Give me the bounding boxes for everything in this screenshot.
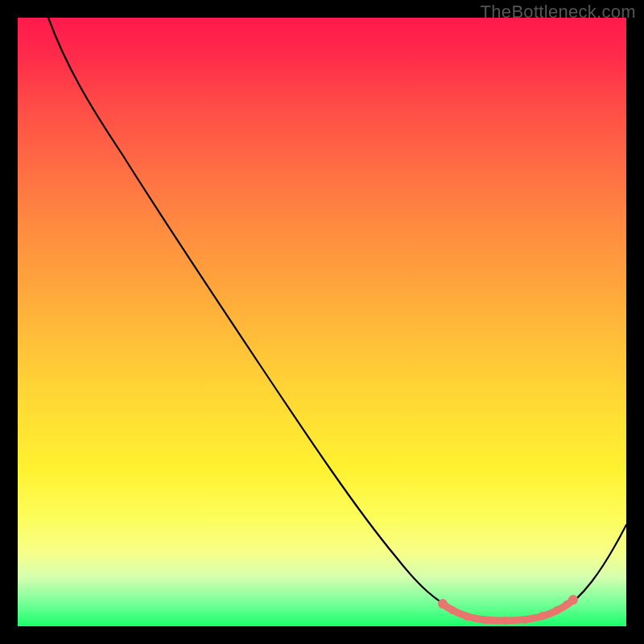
bottleneck-curve-line [48, 18, 626, 620]
optimal-band-dot [448, 606, 456, 614]
chart-frame: TheBottleneck.com [0, 0, 644, 644]
optimal-band-dot-right [568, 595, 578, 605]
optimal-band-dot [463, 613, 471, 621]
chart-svg [18, 18, 626, 626]
optimal-band-dot [481, 616, 489, 624]
optimal-band-dot [501, 617, 509, 625]
optimal-band-dot-left [438, 599, 448, 609]
optimal-band-dot [553, 606, 561, 614]
optimal-band-dot [521, 616, 529, 624]
plot-area [18, 18, 626, 626]
optimal-band-dot [539, 612, 547, 620]
